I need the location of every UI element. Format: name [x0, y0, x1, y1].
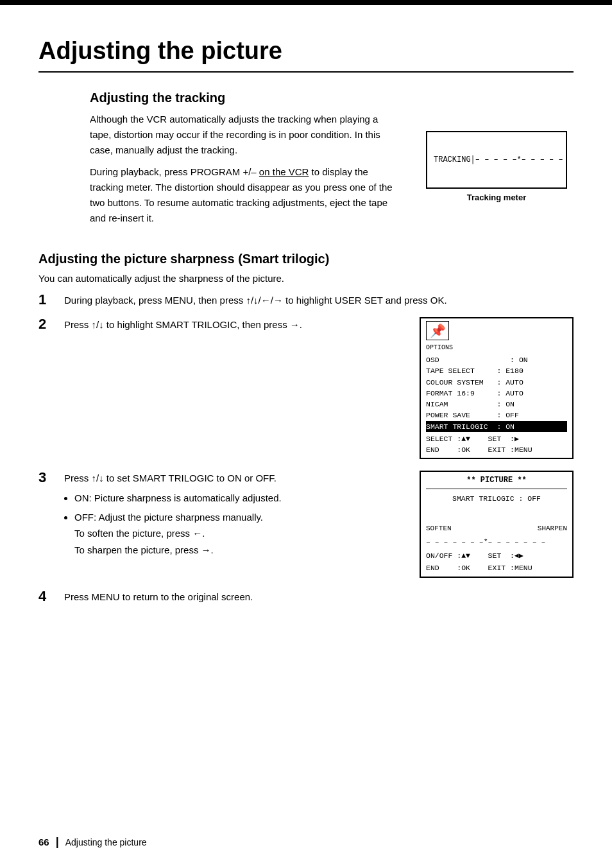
tracking-para2-underline: on the VCR [259, 166, 309, 177]
slider-row: – – – – – – –*– – – – – – – [426, 536, 567, 548]
menu-row-smart-highlighted: SMART TRILOGIC : ON [426, 421, 567, 432]
page-title: Adjusting the picture [38, 37, 574, 73]
menu-footer-row1: SELECT :▲▼ SET :▶ [426, 433, 567, 444]
bullet-on: ON: Picture sharpness is automatically a… [74, 490, 407, 507]
step-2-press: Press [64, 319, 89, 330]
menu-row-colour: COLOUR SYSTEM : AUTO [426, 377, 567, 388]
options-icon-inner: 📌 [430, 321, 446, 340]
tracking-text: Although the VCR automatically adjusts t… [90, 112, 400, 232]
page-footer: 66 | Adjusting the picture [38, 835, 147, 849]
step-1-text-pre: During playback, press MENU, then press … [64, 295, 447, 306]
bullet-list: ON: Picture sharpness is automatically a… [74, 490, 407, 558]
step-3-content: Press ↑/↓ to set SMART TRILOGIC to ON or… [64, 471, 407, 560]
bullet-off-text: OFF: Adjust the picture sharpness manual… [74, 512, 263, 523]
sharpen-text: To sharpen the picture, press →. [74, 544, 214, 555]
menu-row-tape: TAPE SELECT : E180 [426, 365, 567, 376]
tracking-para2: During playback, press PROGRAM +/– on th… [90, 164, 400, 226]
page: Adjusting the picture Adjusting the trac… [0, 0, 612, 868]
tracking-section-heading: Adjusting the tracking [90, 91, 574, 105]
step-3-main: Press ↑/↓ to set SMART TRILOGIC to ON or… [64, 471, 407, 486]
menu-row-osd: OSD : ON [426, 354, 567, 365]
tracking-image-container: TRACKING│– – – – –*– – – – – Tracking me… [420, 131, 574, 232]
step-3-picture-screen-container: ** PICTURE ** SMART TRILOGIC : OFF SOFTE… [420, 471, 574, 578]
step-3-row: 3 Press ↑/↓ to set SMART TRILOGIC to ON … [38, 471, 574, 578]
tracking-box: TRACKING│– – – – –*– – – – – [426, 131, 567, 189]
menu-row-nicam: NICAM : ON [426, 399, 567, 410]
menu-row-power: POWER SAVE : OFF [426, 410, 567, 421]
menu-footer-row2: END :OK EXIT :MENU [426, 444, 567, 455]
step-3-press: Press [64, 473, 89, 483]
picture-smart-row: SMART TRILOGIC : OFF [426, 493, 567, 505]
footer-separator: | [56, 835, 59, 849]
step-3-arrows: ↑/↓ [92, 473, 106, 483]
step-4: 4 Press MENU to return to the original s… [38, 589, 574, 605]
sharpen-label: SHARPEN [538, 523, 567, 535]
menu-row-format: FORMAT 16:9 : AUTO [426, 388, 567, 399]
tracking-section: Although the VCR automatically adjusts t… [38, 112, 574, 232]
menu-footer: SELECT :▲▼ SET :▶ END :OK EXIT :MENU [426, 433, 567, 456]
step-2-post: to highlight SMART TRILOGIC, then press … [106, 319, 302, 330]
picture-screen: ** PICTURE ** SMART TRILOGIC : OFF SOFTE… [420, 471, 574, 578]
tracking-para2-pre: During playback, press PROGRAM +/– [90, 166, 259, 177]
smart-section-intro: You can automatically adjust the sharpne… [38, 273, 574, 284]
step-3-number: 3 [38, 469, 64, 486]
step-2-row: 2 Press ↑/↓ to highlight SMART TRILOGIC,… [38, 317, 574, 459]
step-4-number: 4 [38, 588, 64, 605]
footer-label: Adjusting the picture [65, 837, 147, 847]
steps-container: 1 During playback, press MENU, then pres… [38, 293, 574, 605]
bullet-off: OFF: Adjust the picture sharpness manual… [74, 509, 407, 559]
options-icon: 📌 [426, 321, 449, 340]
step-1-number: 1 [38, 291, 64, 308]
menu-screen: 📌 OPTIONS OSD : ON TAPE SELECT : E180 CO… [420, 317, 574, 459]
tracking-meter-label: Tracking meter [467, 193, 527, 202]
page-number: 66 [38, 837, 49, 847]
picture-screen-title: ** PICTURE ** [426, 474, 567, 489]
step-2-menu-screen-container: 📌 OPTIONS OSD : ON TAPE SELECT : E180 CO… [420, 317, 574, 459]
picture-footer-row2: END :OK EXIT :MENU [426, 562, 567, 574]
menu-icon-row: 📌 [426, 321, 567, 342]
step-2-number: 2 [38, 316, 64, 333]
tracking-para1: Although the VCR automatically adjusts t… [90, 112, 400, 158]
step-2-left: 2 Press ↑/↓ to highlight SMART TRILOGIC,… [38, 317, 407, 333]
picture-footer: ON/OFF :▲▼ SET :◄▶ END :OK EXIT :MENU [426, 550, 567, 574]
soften-text: To soften the picture, press ←. [74, 528, 205, 539]
tracking-display: TRACKING│– – – – –*– – – – – [434, 155, 563, 164]
soften-label: SOFTEN [426, 523, 452, 535]
picture-spacer [426, 509, 567, 521]
smart-section: Adjusting the picture sharpness (Smart t… [38, 252, 574, 605]
step-3-left: 3 Press ↑/↓ to set SMART TRILOGIC to ON … [38, 471, 407, 560]
step-1: 1 During playback, press MENU, then pres… [38, 293, 574, 308]
options-label: OPTIONS [426, 343, 567, 352]
step-2-arrows: ↑/↓ [92, 319, 106, 330]
step-2-content: Press ↑/↓ to highlight SMART TRILOGIC, t… [64, 317, 407, 333]
top-border [0, 0, 612, 5]
step-1-content: During playback, press MENU, then press … [64, 293, 574, 308]
step-3-post: to set SMART TRILOGIC to ON or OFF. [106, 473, 276, 483]
smart-section-heading: Adjusting the picture sharpness (Smart t… [38, 252, 574, 266]
soften-sharpen-row: SOFTEN SHARPEN [426, 523, 567, 535]
picture-footer-row1: ON/OFF :▲▼ SET :◄▶ [426, 550, 567, 562]
step-4-content: Press MENU to return to the original scr… [64, 589, 574, 605]
